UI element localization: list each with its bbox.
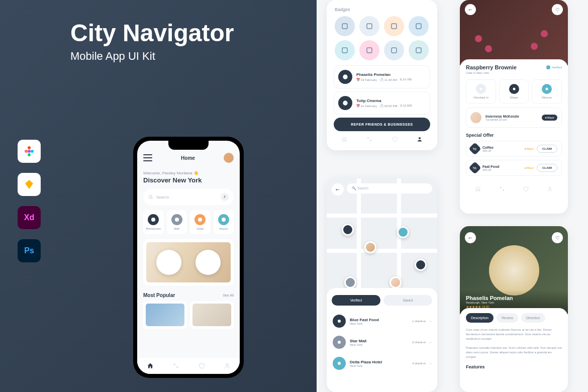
popular-card[interactable] xyxy=(143,301,187,329)
place-row[interactable]: Delta Plaza HotelNew York4 check-in› xyxy=(327,353,437,374)
svg-rect-20 xyxy=(391,48,397,53)
action-mission[interactable]: Mission xyxy=(532,79,562,104)
places-list: Blue Fast FoodNew York1 check-in›Star Ma… xyxy=(327,311,437,374)
svg-point-7 xyxy=(151,218,155,222)
place-row[interactable]: Blue Fast FoodNew York1 check-in› xyxy=(327,311,437,332)
detail-hero-image: ← ♡ xyxy=(460,0,568,65)
action-row: Checked InShareMission xyxy=(466,79,562,104)
map-pin[interactable] xyxy=(397,226,409,238)
see-all-link[interactable]: See All xyxy=(223,293,234,297)
svg-point-28 xyxy=(338,341,341,344)
heart-icon[interactable] xyxy=(391,136,398,142)
avatar xyxy=(470,112,481,123)
map-pin-avatar[interactable] xyxy=(389,276,402,288)
svg-rect-15 xyxy=(367,24,372,29)
svg-point-24 xyxy=(367,137,369,139)
badge-icon[interactable] xyxy=(335,40,355,60)
home-icon[interactable] xyxy=(475,186,481,192)
svg-point-23 xyxy=(343,101,347,105)
svg-point-0 xyxy=(28,146,31,149)
map-pin[interactable] xyxy=(344,276,356,288)
heart-icon[interactable]: ♡ xyxy=(552,4,563,15)
svg-point-27 xyxy=(338,320,341,323)
svg-point-29 xyxy=(338,362,341,365)
tool-icons: Xd Ps xyxy=(18,140,41,262)
badge-icon[interactable] xyxy=(335,16,355,36)
claim-button[interactable]: CLAIM xyxy=(537,145,557,153)
map-pin-avatar[interactable] xyxy=(364,241,376,253)
phone-mockup-home: Home Welcome, Parsley Montana 👋 Discover… xyxy=(133,137,244,378)
back-icon[interactable]: ← xyxy=(465,4,476,15)
badge-icon[interactable] xyxy=(384,40,404,60)
tab-description[interactable]: Description xyxy=(466,313,494,323)
category-hotel[interactable]: Hotel xyxy=(190,210,211,234)
category-airport[interactable]: Airport xyxy=(214,210,234,234)
user-icon[interactable] xyxy=(224,362,231,369)
action-share[interactable]: Share xyxy=(499,79,529,104)
connect-icon[interactable] xyxy=(499,186,505,192)
connect-icon[interactable] xyxy=(366,136,372,142)
tab-saved[interactable]: Saved xyxy=(383,295,432,306)
badges-panel: Badges Phaselis Pomelan📅 19 February🕐 11… xyxy=(327,0,437,150)
badge-icon[interactable] xyxy=(409,16,429,36)
user-icon[interactable] xyxy=(417,136,423,142)
claim-button[interactable]: CLAIM xyxy=(537,164,557,172)
place-row[interactable]: Star MallNew York3 check-in› xyxy=(327,332,437,353)
badge-icon[interactable] xyxy=(409,40,429,60)
offers-list: %Coffee15% off★ MayorCLAIM%Fast Food10% … xyxy=(466,141,562,176)
svg-point-1 xyxy=(28,150,31,153)
badges-title: Badges xyxy=(332,5,432,16)
category-restaurant[interactable]: Restaurant xyxy=(143,210,164,234)
badge-icon[interactable] xyxy=(359,40,379,60)
home-icon[interactable] xyxy=(147,362,154,369)
svg-point-10 xyxy=(222,218,226,222)
map-pin[interactable] xyxy=(342,224,354,236)
tab-verified[interactable]: Verified xyxy=(332,295,380,306)
place-subtitle: Newburgh, New York xyxy=(466,301,562,304)
tab-bar xyxy=(137,358,240,374)
map-view[interactable]: ← 🔍 Search xyxy=(327,178,437,294)
category-mall[interactable]: Mall xyxy=(167,210,187,234)
hero-subtitle: Mobile App UI Kit xyxy=(70,50,317,63)
refer-button[interactable]: REFER FRIENDS & BUSINESSES xyxy=(334,118,430,131)
map-search-input[interactable]: 🔍 Search xyxy=(347,183,432,193)
detail2-panel: ← ♡ Phaselis Pomelan Newburgh, New York … xyxy=(460,226,568,392)
search-input[interactable]: Search xyxy=(143,189,234,205)
featured-card[interactable] xyxy=(143,239,234,285)
heart-icon[interactable] xyxy=(198,362,205,369)
discover-heading: Discover New York xyxy=(137,176,240,189)
svg-point-3 xyxy=(28,153,31,156)
list-item[interactable]: Phaselis Pomelan📅 19 February🕐 11:30 AM$… xyxy=(334,65,430,88)
photoshop-icon: Ps xyxy=(18,239,41,262)
map-pin[interactable] xyxy=(415,259,427,271)
mic-icon[interactable] xyxy=(221,193,229,201)
svg-point-30 xyxy=(479,88,482,90)
action-checked-in[interactable]: Checked In xyxy=(466,79,496,104)
back-icon[interactable]: ← xyxy=(465,232,476,243)
tab-direction[interactable]: Direction xyxy=(521,313,545,323)
heart-icon[interactable] xyxy=(523,186,529,192)
offer-row: %Coffee15% off★ MayorCLAIM xyxy=(466,141,562,157)
badge-icon[interactable] xyxy=(359,16,379,36)
svg-point-35 xyxy=(549,187,551,189)
tab-review[interactable]: Review xyxy=(497,313,518,323)
page-title: Home xyxy=(181,155,195,161)
home-icon[interactable] xyxy=(341,136,347,142)
heart-icon[interactable]: ♡ xyxy=(552,232,563,243)
svg-point-25 xyxy=(370,140,371,141)
menu-icon[interactable] xyxy=(143,154,152,161)
avatar[interactable] xyxy=(224,153,234,163)
back-icon[interactable]: ← xyxy=(332,183,344,195)
svg-rect-18 xyxy=(342,48,347,53)
connect-icon[interactable] xyxy=(172,362,179,369)
popular-card[interactable] xyxy=(190,301,234,329)
svg-point-9 xyxy=(198,218,202,222)
section-title: Most Popular xyxy=(143,292,175,298)
user-icon[interactable] xyxy=(547,186,553,192)
map-panel: ← 🔍 Search Verified Saved Blue Fast Food… xyxy=(327,178,437,392)
badge-list: Phaselis Pomelan📅 19 February🕐 11:30 AM$… xyxy=(332,65,432,115)
svg-rect-19 xyxy=(367,48,372,53)
list-item[interactable]: Tulip Cinema📅 21 February🕐 02:00 PM$ 12,… xyxy=(334,91,430,115)
badge-icon[interactable] xyxy=(384,16,404,36)
user-card[interactable]: Inverness McKenzieYou earned 10 coin ★ M… xyxy=(466,108,562,128)
